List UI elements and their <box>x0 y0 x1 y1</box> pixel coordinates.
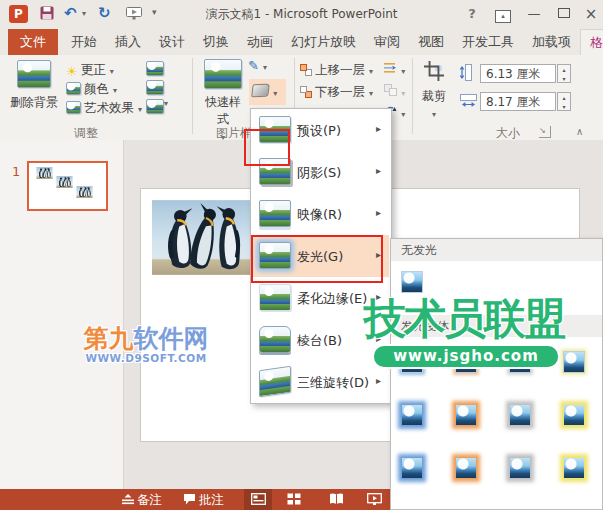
powerpoint-window: P ↶ ▾ ↻ ▾ 演示文稿1 - Microsoft PowerPoint ?… <box>0 0 603 510</box>
tab-home[interactable]: 开始 <box>62 29 106 55</box>
picture-border-icon: ✎ <box>248 58 259 73</box>
tab-animations[interactable]: 动画 <box>238 29 282 55</box>
tab-developer[interactable]: 开发工具 <box>453 29 523 55</box>
slideshow-view-button[interactable] <box>360 489 388 510</box>
thumbnail-picture <box>76 186 93 198</box>
remove-background-label: 删除背景 <box>6 94 62 111</box>
remove-background-button[interactable]: 删除背景 <box>6 58 62 124</box>
crop-button[interactable]: 裁剪 ▾ <box>412 58 456 124</box>
penguin-picture[interactable] <box>152 200 253 275</box>
artistic-effects-icon <box>66 101 81 114</box>
shape-height-spinner[interactable]: ▴▾ <box>557 64 571 83</box>
menu-item-label: 预设(P) <box>297 122 341 140</box>
picture-effects-icon <box>251 84 270 98</box>
glow-variant-thumb[interactable] <box>563 457 587 481</box>
menu-item-reflection[interactable]: 映像(R) ▸ <box>251 193 389 235</box>
submenu-arrow-icon: ▸ <box>376 207 381 218</box>
glow-submenu: 无发光 发光变体 <box>390 238 603 510</box>
picture-effects-button[interactable]: ▾ <box>249 79 286 105</box>
tab-insert[interactable]: 插入 <box>106 29 150 55</box>
menu-item-label: 柔化边缘(E) <box>297 290 367 308</box>
quick-styles-button[interactable]: 快速样式 ▾ <box>200 58 246 124</box>
glow-variant-thumb[interactable] <box>563 351 587 375</box>
slide-number: 1 <box>12 164 20 179</box>
tab-design[interactable]: 设计 <box>150 29 194 55</box>
shape-width-spinner[interactable]: ▴▾ <box>557 92 571 111</box>
collapse-ribbon-button[interactable]: ∧ <box>576 126 583 137</box>
maximize-button[interactable] <box>551 0 577 28</box>
send-backward-label: 下移一层 <box>315 84 365 99</box>
glow-variant-thumb[interactable] <box>563 404 587 428</box>
glow-variant-thumb[interactable] <box>509 404 533 428</box>
shape-width-field[interactable]: 8.17 厘米 <box>480 92 556 111</box>
color-icon <box>66 82 81 95</box>
align-button[interactable]: ▾ <box>384 62 414 78</box>
no-glow-thumb[interactable] <box>401 271 425 295</box>
submenu-arrow-icon: ▸ <box>376 123 381 134</box>
tab-transitions[interactable]: 切换 <box>194 29 238 55</box>
glow-variant-thumb[interactable] <box>401 457 425 481</box>
help-button[interactable]: ? <box>460 0 484 28</box>
reset-picture-icon[interactable] <box>146 99 164 114</box>
reading-view-button[interactable] <box>322 489 350 510</box>
shape-height-icon <box>460 69 474 84</box>
watermark-d9soft: 第九软件网 WWW.D9SOFT.COM <box>68 326 224 364</box>
tab-view[interactable]: 视图 <box>409 29 453 55</box>
corrections-button[interactable]: ☀更正 ▾ <box>66 62 114 78</box>
shape-height-field[interactable]: 6.13 厘米 <box>480 64 556 83</box>
tab-format[interactable]: 格式 <box>580 29 603 55</box>
picture-border-button[interactable]: ✎ ▾ <box>248 58 284 75</box>
comments-icon <box>183 490 196 510</box>
group-divider <box>192 58 193 134</box>
bevel-icon <box>259 326 291 353</box>
watermark-d9-url: WWW.D9SOFT.COM <box>68 352 224 364</box>
glow-variant-thumb[interactable] <box>455 457 479 481</box>
notes-label: 备注 <box>137 492 162 507</box>
annotation-box-effects-button <box>244 129 290 166</box>
thumbnail-picture <box>56 176 73 188</box>
change-picture-icon[interactable] <box>146 80 164 95</box>
menu-item-label: 三维旋转(D) <box>297 374 369 392</box>
artistic-effects-label: 艺术效果 <box>84 100 134 115</box>
ribbon-display-options-button[interactable]: ▴ <box>490 0 516 28</box>
slide-thumbnail[interactable] <box>27 161 108 211</box>
minimize-button[interactable]: — <box>521 0 547 28</box>
reset-picture-dropdown-icon[interactable]: ▾ <box>164 99 168 108</box>
watermark-jsgho: 技术员联盟 www.jsgho.com <box>364 296 564 369</box>
soft-edges-icon <box>259 284 291 311</box>
color-button[interactable]: 颜色 ▾ <box>66 81 117 97</box>
notes-button[interactable]: 备注 <box>122 489 162 510</box>
menu-item-label: 棱台(B) <box>297 332 342 350</box>
close-button[interactable]: × <box>579 0 603 28</box>
no-glow-header: 无发光 <box>391 239 602 261</box>
glow-variant-thumb[interactable] <box>455 404 479 428</box>
send-backward-icon <box>300 86 312 98</box>
comments-button[interactable]: 批注 <box>183 489 224 510</box>
tab-addins[interactable]: 加载项 <box>523 29 580 55</box>
watermark-d9-text-blue: 软件网 <box>134 324 209 353</box>
comments-label: 批注 <box>199 492 224 507</box>
corrections-icon: ☀ <box>66 64 78 80</box>
bring-forward-label: 上移一层 <box>315 62 365 77</box>
tab-review[interactable]: 审阅 <box>365 29 409 55</box>
tab-slideshow[interactable]: 幻灯片放映 <box>282 29 365 55</box>
tab-file[interactable]: 文件 <box>8 29 58 55</box>
artistic-effects-button[interactable]: 艺术效果 ▾ <box>66 100 142 116</box>
watermark-jsgho-title: 技术员联盟 <box>364 296 564 342</box>
send-backward-button[interactable]: 下移一层 ▾ <box>300 84 373 100</box>
slide-thumbnail-panel: 1 <box>0 140 124 489</box>
group-button: ▾ <box>384 84 414 100</box>
shape-width-icon <box>460 96 477 111</box>
glow-variant-thumb[interactable] <box>509 457 533 481</box>
glow-variant-thumb[interactable] <box>401 404 425 428</box>
bring-forward-button[interactable]: 上移一层 ▾ <box>300 62 373 78</box>
size-dialog-launcher[interactable]: ↘ <box>539 126 551 138</box>
compress-picture-icon[interactable] <box>146 61 164 76</box>
crop-label: 裁剪 <box>412 88 456 105</box>
menu-item-label: 阴影(S) <box>297 164 341 182</box>
slide-sorter-view-button[interactable] <box>280 489 308 510</box>
color-label: 颜色 <box>84 81 109 96</box>
menu-item-label: 映像(R) <box>297 206 342 224</box>
quick-styles-label: 快速样式 <box>200 94 246 128</box>
normal-view-button[interactable] <box>244 489 272 510</box>
